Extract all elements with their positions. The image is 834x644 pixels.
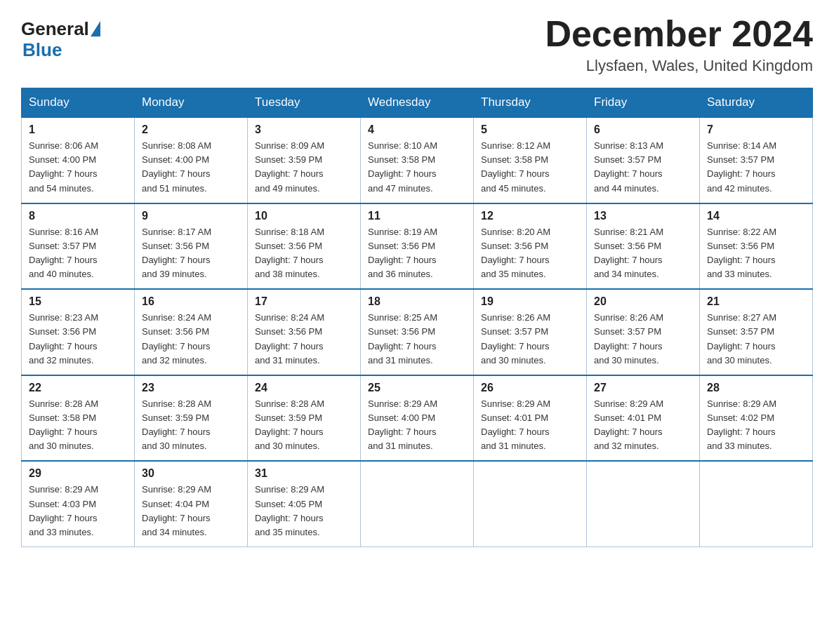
calendar-cell: 6Sunrise: 8:13 AMSunset: 3:57 PMDaylight… (587, 117, 700, 203)
day-number: 26 (481, 382, 579, 394)
day-info: Sunrise: 8:25 AMSunset: 3:56 PMDaylight:… (368, 311, 466, 368)
logo: General Blue (21, 14, 102, 61)
calendar-cell: 4Sunrise: 8:10 AMSunset: 3:58 PMDaylight… (361, 117, 474, 203)
day-info: Sunrise: 8:19 AMSunset: 3:56 PMDaylight:… (368, 225, 466, 282)
logo-general-text: General (21, 20, 89, 38)
day-number: 28 (707, 382, 805, 394)
day-number: 14 (707, 210, 805, 222)
calendar-cell: 28Sunrise: 8:29 AMSunset: 4:02 PMDayligh… (700, 375, 813, 462)
calendar-cell: 27Sunrise: 8:29 AMSunset: 4:01 PMDayligh… (587, 375, 700, 462)
day-number: 9 (142, 210, 240, 222)
day-number: 4 (368, 123, 466, 136)
calendar-cell (587, 461, 700, 546)
day-info: Sunrise: 8:24 AMSunset: 3:56 PMDaylight:… (142, 311, 240, 368)
header-thursday: Thursday (474, 88, 587, 118)
header-friday: Friday (587, 88, 700, 118)
calendar-cell: 21Sunrise: 8:27 AMSunset: 3:57 PMDayligh… (700, 289, 813, 375)
header-sunday: Sunday (22, 88, 135, 118)
day-number: 24 (255, 382, 353, 394)
day-info: Sunrise: 8:29 AMSunset: 4:04 PMDaylight:… (142, 483, 240, 539)
day-info: Sunrise: 8:12 AMSunset: 3:58 PMDaylight:… (481, 139, 579, 196)
day-info: Sunrise: 8:27 AMSunset: 3:57 PMDaylight:… (707, 311, 805, 368)
day-number: 23 (142, 382, 240, 394)
day-number: 30 (142, 467, 240, 480)
day-number: 6 (594, 123, 692, 136)
day-number: 20 (594, 295, 692, 308)
month-year-title: December 2024 (545, 14, 813, 54)
day-number: 5 (481, 123, 579, 136)
calendar-cell: 22Sunrise: 8:28 AMSunset: 3:58 PMDayligh… (22, 375, 135, 462)
day-info: Sunrise: 8:29 AMSunset: 4:02 PMDaylight:… (707, 397, 805, 454)
day-info: Sunrise: 8:06 AMSunset: 4:00 PMDaylight:… (29, 139, 127, 196)
day-info: Sunrise: 8:18 AMSunset: 3:56 PMDaylight:… (255, 225, 353, 282)
day-info: Sunrise: 8:21 AMSunset: 3:56 PMDaylight:… (594, 225, 692, 282)
day-info: Sunrise: 8:20 AMSunset: 3:56 PMDaylight:… (481, 225, 579, 282)
calendar-cell: 1Sunrise: 8:06 AMSunset: 4:00 PMDaylight… (22, 117, 135, 203)
header-wednesday: Wednesday (361, 88, 474, 118)
day-info: Sunrise: 8:23 AMSunset: 3:56 PMDaylight:… (29, 311, 127, 368)
day-info: Sunrise: 8:13 AMSunset: 3:57 PMDaylight:… (594, 139, 692, 196)
calendar-cell: 3Sunrise: 8:09 AMSunset: 3:59 PMDaylight… (248, 117, 361, 203)
weekday-header-row: Sunday Monday Tuesday Wednesday Thursday… (22, 88, 813, 118)
calendar-cell: 23Sunrise: 8:28 AMSunset: 3:59 PMDayligh… (135, 375, 248, 462)
logo-blue-text: Blue (22, 39, 62, 60)
day-info: Sunrise: 8:28 AMSunset: 3:59 PMDaylight:… (255, 397, 353, 454)
day-number: 3 (255, 123, 353, 136)
calendar-cell: 16Sunrise: 8:24 AMSunset: 3:56 PMDayligh… (135, 289, 248, 375)
calendar-table: Sunday Monday Tuesday Wednesday Thursday… (21, 88, 813, 547)
day-number: 17 (255, 295, 353, 308)
calendar-cell: 31Sunrise: 8:29 AMSunset: 4:05 PMDayligh… (248, 461, 361, 546)
day-number: 29 (29, 467, 127, 480)
day-info: Sunrise: 8:29 AMSunset: 4:05 PMDaylight:… (255, 483, 353, 539)
calendar-cell: 8Sunrise: 8:16 AMSunset: 3:57 PMDaylight… (22, 203, 135, 290)
calendar-cell: 11Sunrise: 8:19 AMSunset: 3:56 PMDayligh… (361, 203, 474, 290)
day-info: Sunrise: 8:26 AMSunset: 3:57 PMDaylight:… (481, 311, 579, 368)
day-info: Sunrise: 8:28 AMSunset: 3:59 PMDaylight:… (142, 397, 240, 454)
day-info: Sunrise: 8:29 AMSunset: 4:01 PMDaylight:… (594, 397, 692, 454)
logo-triangle-icon (91, 21, 100, 36)
calendar-cell: 18Sunrise: 8:25 AMSunset: 3:56 PMDayligh… (361, 289, 474, 375)
calendar-week-row-5: 29Sunrise: 8:29 AMSunset: 4:03 PMDayligh… (22, 461, 813, 546)
calendar-cell: 7Sunrise: 8:14 AMSunset: 3:57 PMDaylight… (700, 117, 813, 203)
calendar-cell: 2Sunrise: 8:08 AMSunset: 4:00 PMDaylight… (135, 117, 248, 203)
calendar-cell: 26Sunrise: 8:29 AMSunset: 4:01 PMDayligh… (474, 375, 587, 462)
day-number: 22 (29, 382, 127, 394)
calendar-cell (361, 461, 474, 546)
day-info: Sunrise: 8:09 AMSunset: 3:59 PMDaylight:… (255, 139, 353, 196)
calendar-week-row-3: 15Sunrise: 8:23 AMSunset: 3:56 PMDayligh… (22, 289, 813, 375)
day-info: Sunrise: 8:16 AMSunset: 3:57 PMDaylight:… (29, 225, 127, 282)
day-number: 27 (594, 382, 692, 394)
header-tuesday: Tuesday (248, 88, 361, 118)
day-number: 8 (29, 210, 127, 222)
calendar-cell: 25Sunrise: 8:29 AMSunset: 4:00 PMDayligh… (361, 375, 474, 462)
day-number: 13 (594, 210, 692, 222)
calendar-cell: 14Sunrise: 8:22 AMSunset: 3:56 PMDayligh… (700, 203, 813, 290)
calendar-cell: 9Sunrise: 8:17 AMSunset: 3:56 PMDaylight… (135, 203, 248, 290)
location-subtitle: Llysfaen, Wales, United Kingdom (545, 57, 813, 75)
day-info: Sunrise: 8:29 AMSunset: 4:01 PMDaylight:… (481, 397, 579, 454)
calendar-cell: 19Sunrise: 8:26 AMSunset: 3:57 PMDayligh… (474, 289, 587, 375)
day-number: 19 (481, 295, 579, 308)
day-info: Sunrise: 8:24 AMSunset: 3:56 PMDaylight:… (255, 311, 353, 368)
calendar-week-row-1: 1Sunrise: 8:06 AMSunset: 4:00 PMDaylight… (22, 117, 813, 203)
day-number: 1 (29, 123, 127, 136)
calendar-cell: 15Sunrise: 8:23 AMSunset: 3:56 PMDayligh… (22, 289, 135, 375)
calendar-week-row-4: 22Sunrise: 8:28 AMSunset: 3:58 PMDayligh… (22, 375, 813, 462)
day-info: Sunrise: 8:26 AMSunset: 3:57 PMDaylight:… (594, 311, 692, 368)
day-number: 12 (481, 210, 579, 222)
calendar-cell: 12Sunrise: 8:20 AMSunset: 3:56 PMDayligh… (474, 203, 587, 290)
calendar-cell: 24Sunrise: 8:28 AMSunset: 3:59 PMDayligh… (248, 375, 361, 462)
day-info: Sunrise: 8:17 AMSunset: 3:56 PMDaylight:… (142, 225, 240, 282)
day-info: Sunrise: 8:29 AMSunset: 4:03 PMDaylight:… (29, 483, 127, 539)
day-number: 7 (707, 123, 805, 136)
header: General Blue December 2024 Llysfaen, Wal… (21, 14, 813, 75)
day-number: 25 (368, 382, 466, 394)
day-info: Sunrise: 8:29 AMSunset: 4:00 PMDaylight:… (368, 397, 466, 454)
day-number: 31 (255, 467, 353, 480)
day-info: Sunrise: 8:22 AMSunset: 3:56 PMDaylight:… (707, 225, 805, 282)
calendar-cell: 10Sunrise: 8:18 AMSunset: 3:56 PMDayligh… (248, 203, 361, 290)
header-saturday: Saturday (700, 88, 813, 118)
header-monday: Monday (135, 88, 248, 118)
calendar-cell (474, 461, 587, 546)
day-number: 21 (707, 295, 805, 308)
